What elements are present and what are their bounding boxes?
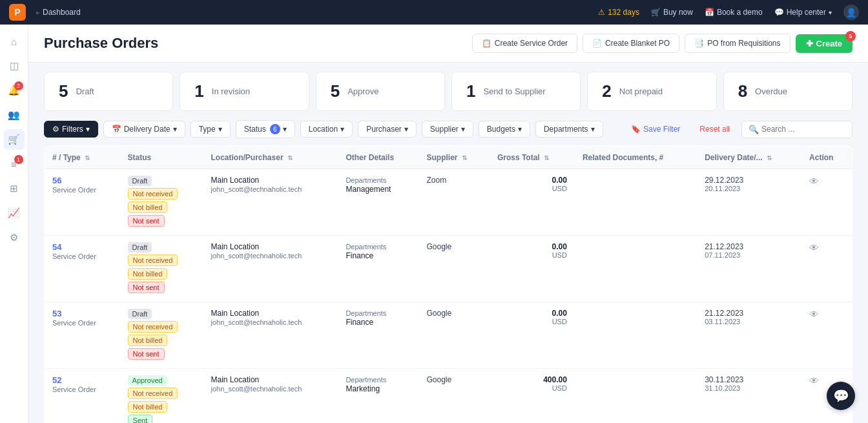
status-card-approve[interactable]: 5Approve bbox=[316, 72, 445, 111]
user-avatar[interactable]: 👤 bbox=[843, 5, 859, 20]
cell-status: DraftNot receivedNot billedNot sent bbox=[120, 302, 203, 369]
po-number[interactable]: 56 bbox=[52, 176, 61, 185]
sidebar-icon-home[interactable]: ⌂ bbox=[4, 31, 25, 52]
cell-gross-total: 0.00 USD bbox=[490, 169, 575, 236]
create-service-order-button[interactable]: 📋 Create Service Order bbox=[472, 34, 577, 53]
location-name: Main Location bbox=[211, 176, 260, 185]
status-card-overdue[interactable]: 8Overdue bbox=[723, 72, 852, 111]
po-number[interactable]: 52 bbox=[52, 375, 61, 385]
search-input[interactable] bbox=[761, 125, 845, 134]
cell-related-docs bbox=[575, 236, 697, 302]
filter-bar: ⚙ Filters ▾ 📅 Delivery Date ▾ Type ▾ Sta… bbox=[28, 120, 868, 146]
cell-id-type: 56 Service Order bbox=[45, 169, 120, 236]
view-action-icon[interactable]: 👁 bbox=[809, 309, 819, 320]
location-email: john_scott@technaholic.tech bbox=[211, 252, 302, 260]
col-gross-total[interactable]: Gross Total ⇅ bbox=[490, 147, 575, 169]
chat-button[interactable]: 💬 bbox=[827, 382, 855, 410]
status-card-draft[interactable]: 5Draft bbox=[44, 72, 173, 111]
po-type: Service Order bbox=[52, 186, 96, 194]
sidebar-icon-purchase[interactable]: 🛒 bbox=[4, 129, 25, 150]
table-wrap: # / Type ⇅ Status Location/Purchaser ⇅ O… bbox=[28, 146, 868, 423]
sidebar-icon-notifications[interactable]: 🔔 2 bbox=[4, 80, 25, 101]
cell-supplier: Google bbox=[418, 302, 489, 369]
cell-delivery-date: 21.12.2023 07.11.2023 bbox=[697, 236, 801, 302]
dashboard-link[interactable]: ▸ Dashboard bbox=[36, 8, 81, 17]
col-supplier[interactable]: Supplier ⇅ bbox=[418, 147, 489, 169]
filters-button[interactable]: ⚙ Filters ▾ bbox=[44, 121, 98, 138]
create-button[interactable]: ✚ Create 5 bbox=[796, 34, 852, 53]
cell-status: DraftNot receivedNot billedNot sent bbox=[120, 169, 203, 236]
departments-filter[interactable]: Departments ▾ bbox=[535, 121, 603, 138]
status-badge: Draft bbox=[128, 242, 152, 253]
departments-chevron-icon: ▾ bbox=[591, 125, 595, 134]
cart-icon: 🛒 bbox=[651, 8, 661, 17]
book-demo-link[interactable]: 📅 Book a demo bbox=[705, 8, 763, 17]
chevron-right-icon: ▸ bbox=[36, 8, 40, 17]
sidebar-icon-reports[interactable]: 📈 bbox=[4, 203, 25, 223]
supplier-name: Google bbox=[426, 309, 451, 318]
col-delivery-date[interactable]: Delivery Date/... ⇅ bbox=[697, 147, 801, 169]
sidebar-icon-grid[interactable]: ⊞ bbox=[4, 178, 25, 199]
col-type[interactable]: # / Type ⇅ bbox=[45, 147, 120, 169]
cell-location: Main Location john_scott@technaholic.tec… bbox=[203, 236, 338, 302]
sidebar-icon-settings[interactable]: ⚙ bbox=[4, 227, 25, 248]
help-center-link[interactable]: 💬 Help center ▾ bbox=[774, 8, 832, 17]
create-blanket-po-button[interactable]: 📄 Create Blanket PO bbox=[583, 34, 679, 53]
supplier-filter[interactable]: Supplier ▾ bbox=[422, 121, 473, 138]
sidebar-icon-analytics[interactable]: ◫ bbox=[4, 56, 25, 76]
status-badge: Draft bbox=[128, 176, 152, 186]
main-layout: ⌂ ◫ 🔔 2 👥 🛒 ≡ 1 ⊞ 📈 ⚙ Purchase Orders 📋 … bbox=[0, 25, 868, 423]
status-filter[interactable]: Status 6 ▾ bbox=[236, 120, 295, 138]
status-chevron-icon: ▾ bbox=[283, 125, 287, 134]
view-action-icon[interactable]: 👁 bbox=[809, 176, 819, 187]
location-chevron-icon: ▾ bbox=[340, 125, 344, 134]
cell-location: Main Location john_scott@technaholic.tec… bbox=[203, 302, 338, 369]
location-filter[interactable]: Location ▾ bbox=[300, 121, 353, 138]
status-badge: Not received bbox=[128, 188, 178, 200]
sort-icon-gross: ⇅ bbox=[544, 154, 549, 161]
delivery-date-filter[interactable]: 📅 Delivery Date ▾ bbox=[103, 121, 185, 138]
alert-days[interactable]: ⚠ 132 days bbox=[598, 8, 639, 17]
purchaser-filter[interactable]: Purchaser ▾ bbox=[358, 121, 417, 138]
budgets-chevron-icon: ▾ bbox=[518, 125, 522, 134]
type-filter[interactable]: Type ▾ bbox=[191, 121, 231, 138]
status-label: Send to Supplier bbox=[483, 87, 545, 96]
status-card-not-prepaid[interactable]: 2Not prepaid bbox=[587, 72, 716, 111]
sidebar-icon-list[interactable]: ≡ 1 bbox=[4, 154, 25, 174]
location-email: john_scott@technaholic.tech bbox=[211, 185, 302, 193]
col-location[interactable]: Location/Purchaser ⇅ bbox=[203, 147, 338, 169]
delivery-chevron-icon: ▾ bbox=[173, 125, 177, 134]
cell-status: ApprovedNot receivedNot billedSent bbox=[120, 369, 203, 424]
dept-label: Departments bbox=[346, 176, 386, 184]
page-header: Purchase Orders 📋 Create Service Order 📄… bbox=[28, 25, 868, 63]
status-badge: Not sent bbox=[128, 215, 165, 227]
table-header: # / Type ⇅ Status Location/Purchaser ⇅ O… bbox=[45, 147, 852, 169]
status-card-in-revision[interactable]: 1In revision bbox=[180, 72, 309, 111]
buy-now-link[interactable]: 🛒 Buy now bbox=[651, 8, 693, 17]
po-number[interactable]: 53 bbox=[52, 309, 61, 318]
sidebar-icon-contacts[interactable]: 👥 bbox=[4, 105, 25, 125]
gross-currency: USD bbox=[497, 251, 567, 259]
type-chevron-icon: ▾ bbox=[218, 125, 222, 134]
cell-delivery-date: 29.12.2023 20.11.2023 bbox=[697, 169, 801, 236]
status-label: In revision bbox=[212, 87, 250, 96]
cell-supplier: Zoom bbox=[418, 169, 489, 236]
po-from-requisitions-button[interactable]: 📑 PO from Requisitions bbox=[685, 34, 790, 53]
reset-all-button[interactable]: Reset all bbox=[693, 121, 736, 137]
col-status[interactable]: Status bbox=[120, 147, 203, 169]
status-num: 1 bbox=[466, 81, 475, 101]
view-action-icon[interactable]: 👁 bbox=[809, 375, 819, 386]
budgets-filter[interactable]: Budgets ▾ bbox=[479, 121, 530, 138]
search-icon: 🔍 bbox=[749, 125, 759, 134]
gross-amount: 0.00 bbox=[497, 242, 567, 251]
service-order-icon: 📋 bbox=[482, 39, 491, 48]
status-card-send-to-supplier[interactable]: 1Send to Supplier bbox=[451, 72, 581, 111]
purchaser-chevron-icon: ▾ bbox=[404, 125, 408, 134]
col-other-details: Other Details bbox=[338, 147, 418, 169]
save-filter-button[interactable]: 🔖 Save Filter bbox=[623, 121, 688, 137]
view-action-icon[interactable]: 👁 bbox=[809, 242, 819, 253]
logo[interactable]: P bbox=[9, 4, 26, 21]
cell-action: 👁 bbox=[801, 169, 852, 236]
po-number[interactable]: 54 bbox=[52, 242, 61, 252]
alert-days-label: 132 days bbox=[608, 8, 639, 17]
